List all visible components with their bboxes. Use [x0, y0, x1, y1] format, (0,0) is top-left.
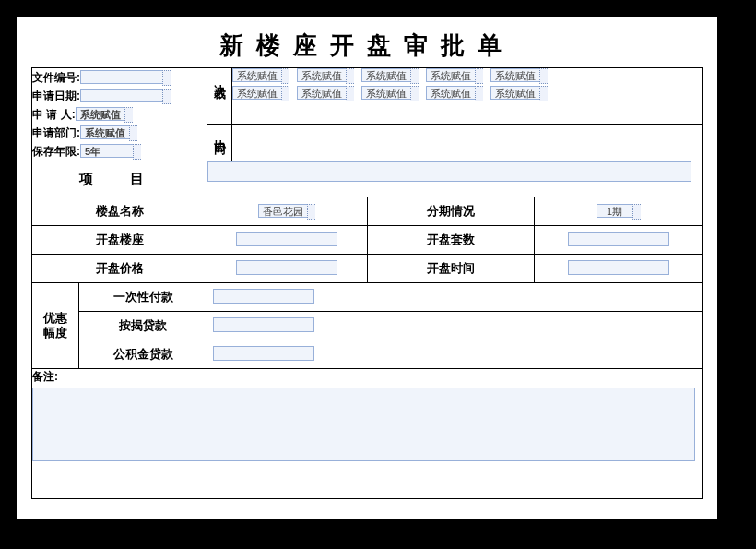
estate-name-field[interactable]: 香邑花园 — [258, 204, 308, 218]
field-handle-icon[interactable] — [346, 86, 354, 101]
project-field[interactable] — [207, 161, 691, 182]
assist-area — [232, 125, 703, 161]
applicant-label: 申 请 人: — [32, 105, 76, 124]
header-left: 文件编号: 申请日期: 申 请 人: 系统赋值 申请部门: 系统赋值 保存年限:… — [32, 68, 207, 161]
field-handle-icon[interactable] — [539, 86, 548, 101]
open-bldg-field[interactable] — [236, 232, 337, 246]
lump-label: 一次性付款 — [79, 283, 207, 312]
form-title: 新楼座开盘审批单 — [31, 30, 703, 62]
open-time-field[interactable] — [568, 260, 669, 275]
apply-dept-field[interactable]: 系统赋值 — [80, 125, 130, 139]
estate-name-cell: 香邑花园 — [207, 197, 367, 226]
decision-sig-3[interactable]: 系统赋值 — [361, 68, 411, 82]
decision-sig-2[interactable]: 系统赋值 — [297, 68, 347, 82]
phase-field[interactable]: 1期 — [597, 204, 633, 218]
remark-body — [32, 388, 703, 499]
mortgage-label: 按揭贷款 — [79, 312, 207, 340]
field-handle-icon[interactable] — [307, 204, 315, 220]
estate-name-label: 楼盘名称 — [32, 197, 207, 226]
decision-sig-9[interactable]: 系统赋值 — [426, 86, 476, 100]
retention-label: 保存年限: — [32, 142, 80, 161]
main-table: 文件编号: 申请日期: 申 请 人: 系统赋值 申请部门: 系统赋值 保存年限:… — [31, 67, 703, 499]
phase-label: 分期情况 — [367, 197, 535, 226]
remark-label: 备注: — [32, 369, 703, 388]
open-price-field[interactable] — [236, 260, 337, 275]
mortgage-field[interactable] — [213, 317, 314, 332]
open-time-label: 开盘时间 — [367, 255, 535, 283]
lump-field[interactable] — [213, 289, 314, 304]
apply-date-label: 申请日期: — [32, 87, 80, 105]
open-units-label: 开盘套数 — [367, 226, 535, 255]
decision-sig-7[interactable]: 系统赋值 — [297, 86, 347, 100]
open-price-label: 开盘价格 — [32, 255, 207, 283]
field-handle-icon[interactable] — [346, 68, 354, 84]
field-handle-icon[interactable] — [162, 70, 171, 86]
field-handle-icon[interactable] — [475, 86, 483, 101]
field-handle-icon[interactable] — [539, 68, 548, 84]
field-handle-icon[interactable] — [475, 68, 483, 84]
apply-dept-label: 申请部门: — [32, 124, 80, 142]
file-no-label: 文件编号: — [32, 68, 80, 87]
field-handle-icon[interactable] — [410, 86, 419, 101]
project-label: 项 目 — [32, 161, 207, 197]
phase-cell: 1期 — [535, 197, 703, 226]
decision-label: 决裁 — [207, 68, 232, 125]
decision-area: 系统赋值 系统赋值 系统赋值 系统赋值 系统赋值 系统赋值 系统赋值 系统赋值 … — [232, 68, 703, 125]
project-field-cell — [207, 161, 703, 197]
field-handle-icon[interactable] — [281, 86, 289, 101]
apply-date-field[interactable] — [80, 89, 163, 102]
field-handle-icon[interactable] — [410, 68, 419, 84]
field-handle-icon[interactable] — [281, 68, 289, 84]
fund-label: 公积金贷款 — [79, 340, 207, 369]
discount-vlabel: 优惠幅度 — [32, 283, 79, 369]
approval-form: 新楼座开盘审批单 文件编号: 申请日期: 申 请 人: 系统赋值 申请部门: 系… — [17, 17, 717, 519]
field-handle-icon[interactable] — [133, 144, 141, 160]
decision-sig-5[interactable]: 系统赋值 — [490, 68, 540, 82]
decision-sig-10[interactable]: 系统赋值 — [490, 86, 540, 100]
assist-label: 协同 — [207, 125, 232, 161]
remark-field[interactable] — [32, 388, 695, 461]
fund-field[interactable] — [213, 346, 314, 361]
decision-sig-6[interactable]: 系统赋值 — [232, 86, 282, 100]
open-bldg-label: 开盘楼座 — [32, 226, 207, 255]
decision-sig-8[interactable]: 系统赋值 — [361, 86, 411, 100]
field-handle-icon[interactable] — [632, 204, 641, 220]
applicant-field[interactable]: 系统赋值 — [76, 107, 125, 121]
field-handle-icon[interactable] — [124, 107, 133, 123]
field-handle-icon[interactable] — [129, 125, 137, 141]
decision-sig-1[interactable]: 系统赋值 — [232, 68, 282, 82]
file-no-field[interactable] — [80, 70, 163, 84]
retention-field[interactable]: 5年 — [80, 144, 134, 158]
field-handle-icon[interactable] — [162, 89, 171, 104]
decision-sig-4[interactable]: 系统赋值 — [426, 68, 476, 82]
open-units-field[interactable] — [568, 232, 669, 246]
